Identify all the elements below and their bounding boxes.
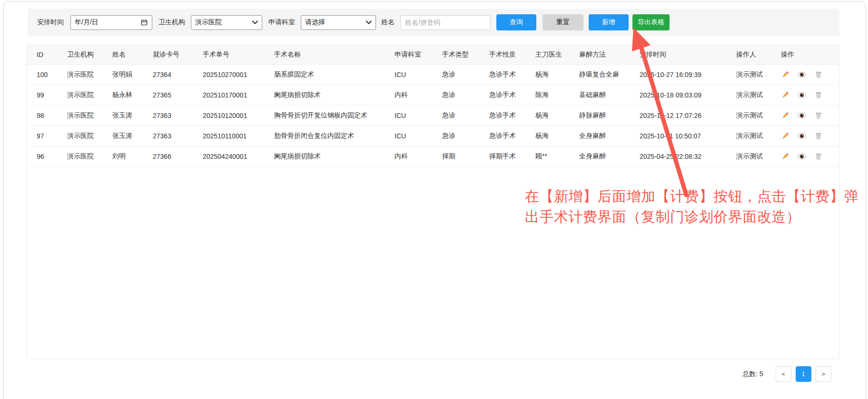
table-cell: 演示测试 bbox=[736, 70, 781, 79]
column-header: 操作 bbox=[781, 50, 830, 59]
table-cell: 张明娟 bbox=[112, 70, 153, 79]
table-cell: 202510120001 bbox=[203, 112, 274, 119]
table-cell: 杨海 bbox=[535, 132, 579, 140]
table-cell: ICU bbox=[395, 71, 442, 78]
table-cell: 98 bbox=[37, 112, 67, 119]
edit-icon[interactable] bbox=[781, 152, 789, 161]
table-cell: 急诊手术 bbox=[489, 91, 535, 99]
total-count: 总数: 5 bbox=[742, 370, 763, 379]
table-cell: 202510170001 bbox=[203, 91, 274, 99]
table-cell: 杨永林 bbox=[112, 91, 153, 99]
reset-button[interactable]: 重置 bbox=[542, 14, 583, 30]
table-cell: 全身麻醉 bbox=[579, 152, 640, 161]
row-actions bbox=[781, 70, 830, 79]
column-header: 申请科室 bbox=[395, 50, 442, 59]
table-row: 98演示医院张玉涛27363202510120001胸骨骨折切开复位钢板内固定术… bbox=[27, 106, 839, 126]
column-header: 操作人 bbox=[736, 50, 781, 59]
table-cell: 肠系膜固定术 bbox=[274, 70, 395, 79]
row-actions bbox=[781, 132, 830, 140]
column-header: 手术性质 bbox=[489, 50, 535, 59]
table-cell: 基础麻醉 bbox=[579, 91, 640, 99]
edit-icon[interactable] bbox=[781, 70, 789, 79]
column-header: 麻醉方法 bbox=[579, 50, 640, 59]
row-actions bbox=[781, 152, 830, 161]
table-cell: 全身麻醉 bbox=[579, 132, 640, 140]
table-cell: 急诊 bbox=[442, 70, 489, 79]
table-cell: 内科 bbox=[395, 152, 442, 161]
prev-page-button[interactable]: < bbox=[776, 366, 791, 382]
name-label: 姓名 bbox=[381, 18, 395, 27]
table-cell: 97 bbox=[37, 132, 67, 140]
table-cell: 杨海 bbox=[535, 70, 579, 79]
table-cell: 202504240001 bbox=[203, 153, 274, 160]
view-icon[interactable] bbox=[798, 132, 806, 140]
table-cell: 演示医院 bbox=[67, 91, 112, 99]
table-cell: 演示医院 bbox=[67, 132, 112, 140]
table-cell: 27366 bbox=[153, 153, 203, 160]
pagination: 总数: 5 < 1 > bbox=[742, 366, 831, 382]
edit-icon[interactable] bbox=[781, 132, 789, 140]
delete-icon[interactable] bbox=[814, 152, 823, 161]
annotation-line-1: 在【新增】后面增加【计费】按钮，点击【计费】弹 bbox=[525, 186, 866, 206]
dept-select[interactable]: 请选择 bbox=[301, 15, 376, 30]
column-header: 手术单号 bbox=[203, 50, 274, 59]
table-cell: 演示测试 bbox=[736, 111, 781, 120]
table-cell: 择期 bbox=[442, 152, 489, 161]
filter-bar: 安排时间 年/月/日 卫生机构 演示医院 申请科室 请选择 bbox=[28, 9, 839, 36]
name-input[interactable] bbox=[400, 15, 491, 30]
query-button[interactable]: 查询 bbox=[496, 14, 536, 30]
table-row: 100演示医院张明娟27364202510270001肠系膜固定术ICU急诊急诊… bbox=[27, 65, 839, 85]
table-cell: 静吸复合全麻 bbox=[579, 70, 640, 79]
delete-icon[interactable] bbox=[814, 111, 823, 120]
calendar-icon[interactable] bbox=[140, 19, 148, 26]
org-select-value: 演示医院 bbox=[195, 18, 222, 27]
table-cell: 胸骨骨折切开复位钢板内固定术 bbox=[274, 111, 395, 120]
delete-icon[interactable] bbox=[814, 132, 823, 140]
table-cell: 演示医院 bbox=[67, 152, 112, 161]
table-cell: 99 bbox=[37, 91, 67, 99]
chevron-down-icon bbox=[252, 20, 258, 24]
view-icon[interactable] bbox=[798, 152, 806, 161]
table-cell: 2025-10-27 16:09:39 bbox=[640, 71, 736, 78]
table-cell: 96 bbox=[37, 153, 67, 160]
schedule-date-input[interactable]: 年/月/日 bbox=[70, 15, 152, 30]
dept-label: 申请科室 bbox=[268, 18, 295, 27]
row-actions bbox=[781, 91, 830, 99]
table-cell: 202510110001 bbox=[203, 132, 274, 140]
table-cell: 27365 bbox=[153, 91, 203, 99]
table-cell: 急诊手术 bbox=[489, 70, 535, 79]
export-button[interactable]: 导出表格 bbox=[632, 14, 670, 30]
edit-icon[interactable] bbox=[781, 91, 789, 99]
table-cell: 杨海 bbox=[535, 111, 579, 120]
column-header: 手术类型 bbox=[442, 50, 489, 59]
row-actions bbox=[781, 111, 830, 120]
table-cell: 急诊 bbox=[442, 111, 489, 120]
column-header: 安排时间 bbox=[640, 50, 736, 59]
surgery-schedule-page: 安排时间 年/月/日 卫生机构 演示医院 申请科室 请选择 bbox=[0, 0, 868, 399]
column-header: 手术名称 bbox=[274, 50, 395, 59]
table-cell: 陈海 bbox=[535, 91, 579, 99]
view-icon[interactable] bbox=[798, 70, 806, 79]
chevron-down-icon bbox=[366, 20, 372, 24]
next-page-button[interactable]: > bbox=[816, 366, 831, 382]
table-row: 99演示医院杨永林27365202510170001阑尾病损切除术内科急诊急诊手… bbox=[27, 85, 839, 106]
org-select[interactable]: 演示医院 bbox=[191, 15, 262, 30]
table-cell: 100 bbox=[37, 71, 67, 78]
delete-icon[interactable] bbox=[814, 91, 823, 99]
column-header: ID bbox=[37, 51, 67, 58]
table-row: 97演示医院张玉涛27363202510110001肋骨骨折闭合复位内固定术IC… bbox=[27, 126, 839, 146]
annotation-line-2: 出手术计费界面（复制门诊划价界面改造） bbox=[525, 206, 866, 227]
table-cell: 顾** bbox=[535, 152, 579, 161]
column-header: 就诊卡号 bbox=[153, 50, 203, 59]
table-cell: 演示测试 bbox=[736, 91, 781, 99]
add-button[interactable]: 新增 bbox=[589, 14, 629, 30]
view-icon[interactable] bbox=[798, 111, 806, 120]
table-cell: 27363 bbox=[153, 132, 203, 140]
delete-icon[interactable] bbox=[814, 70, 823, 79]
edit-icon[interactable] bbox=[781, 111, 789, 120]
table-row: 96演示医院刘明27366202504240001阑尾病损切除术内科择期择期手术… bbox=[27, 146, 839, 167]
table-header-row: ID卫生机构姓名就诊卡号手术单号手术名称申请科室手术类型手术性质主刀医生麻醉方法… bbox=[27, 45, 839, 65]
current-page-button[interactable]: 1 bbox=[796, 366, 811, 382]
table-cell: 演示测试 bbox=[736, 132, 781, 140]
view-icon[interactable] bbox=[798, 91, 806, 99]
